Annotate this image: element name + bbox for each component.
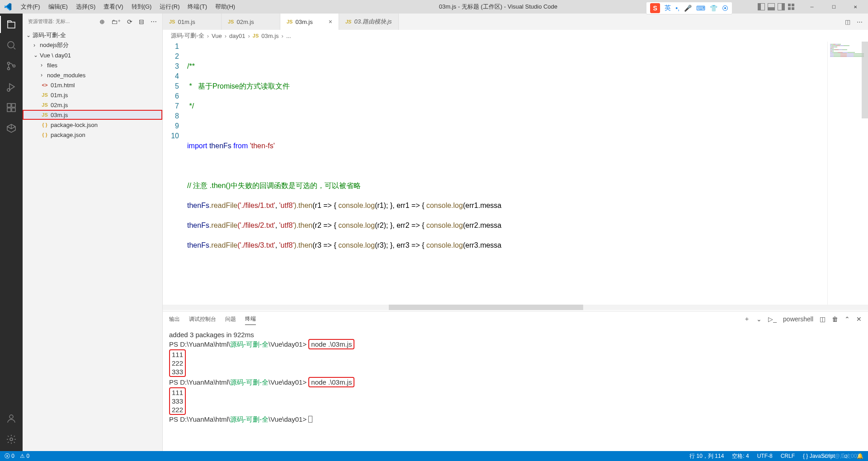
vertical-scrollbar[interactable] [862, 42, 868, 305]
command-highlight: node .\03m.js [308, 377, 354, 387]
ime-keyboard-icon[interactable]: ⌨ [696, 5, 705, 12]
tree-file-01m-html[interactable]: <>01m.html [23, 80, 162, 90]
menu-run[interactable]: 运行(R) [156, 1, 183, 12]
maximize-panel-icon[interactable]: ⌃ [844, 315, 850, 323]
source-control-icon[interactable] [5, 60, 18, 72]
ime-user-icon[interactable]: 👕 [710, 5, 717, 12]
tree-folder-files[interactable]: ›files [23, 60, 162, 70]
ime-mic-icon[interactable]: 🎤 [684, 5, 692, 12]
svg-rect-8 [12, 103, 15, 107]
panel-tab-output[interactable]: 输出 [169, 314, 180, 325]
menu-selection[interactable]: 选择(S) [72, 1, 99, 12]
activity-bar [0, 14, 23, 451]
layout-bottom-icon[interactable] [768, 3, 775, 10]
refresh-icon[interactable]: ⟳ [127, 18, 132, 25]
status-bar: ⓧ 0 ⚠ 0 行 10，列 114 空格: 4 UTF-8 CRLF { } … [0, 451, 868, 461]
terminal-shell[interactable]: powershell [783, 315, 813, 323]
output-highlight-2: 111333222 [169, 387, 186, 415]
maximize-button[interactable]: ☐ [825, 0, 843, 14]
svg-point-9 [9, 415, 13, 419]
tree-folder-nodejs[interactable]: ›nodejs部分 [23, 40, 162, 50]
vscode-logo-icon [4, 3, 12, 11]
output-highlight-1: 111222333 [169, 349, 186, 377]
encoding[interactable]: UTF-8 [757, 453, 773, 459]
svg-point-3 [13, 65, 15, 67]
line-numbers: 12345 678910 [163, 42, 187, 305]
split-terminal-icon[interactable]: ◫ [820, 315, 826, 323]
svg-point-2 [8, 68, 10, 70]
status-errors[interactable]: ⓧ 0 [5, 452, 14, 460]
sidebar-header: 资源管理器: 无标... ⊕ 🗀⁺ ⟳ ⊟ ⋯ [23, 14, 162, 29]
sogou-icon[interactable]: S [650, 3, 660, 13]
svg-point-1 [8, 62, 10, 65]
ime-punct-icon[interactable]: •, [675, 5, 679, 12]
ime-lang[interactable]: 英 [665, 4, 671, 12]
split-editor-icon[interactable]: ◫ [845, 19, 850, 25]
tree-file-02m-js[interactable]: JS02m.js [23, 100, 162, 110]
new-terminal-icon[interactable]: ＋ [744, 315, 750, 323]
explorer-icon[interactable] [5, 18, 18, 31]
tree-file-03m-js[interactable]: JS03m.js [23, 110, 162, 120]
trash-icon[interactable]: 🗑 [832, 315, 838, 323]
status-warnings[interactable]: ⚠ 0 [20, 453, 29, 459]
panel-tab-problems[interactable]: 问题 [225, 314, 236, 325]
panel-tabs: 输出 调试控制台 问题 终端 ＋ ⌄ ▷_ powershell ◫ 🗑 ⌃ ✕ [163, 311, 868, 327]
tree-file-package[interactable]: { }package.json [23, 130, 162, 140]
tab-route[interactable]: JS03.路由模块.js [339, 14, 399, 30]
eol[interactable]: CRLF [781, 453, 795, 459]
tab-03m[interactable]: JS03m.js× [280, 14, 339, 30]
layout-grid-icon[interactable] [788, 3, 795, 10]
explorer-sidebar: 资源管理器: 无标... ⊕ 🗀⁺ ⟳ ⊟ ⋯ ⌄源码-可删-全 ›nodejs… [23, 14, 163, 451]
code-content[interactable]: /** * 基于Promise的方式读取文件 */ import thenFs … [187, 42, 827, 305]
terminal-dropdown-icon[interactable]: ⌄ [756, 315, 762, 323]
account-icon[interactable] [5, 412, 18, 425]
menu-terminal[interactable]: 终端(T) [184, 1, 211, 12]
new-file-icon[interactable]: ⊕ [99, 18, 105, 25]
close-panel-icon[interactable]: ✕ [856, 315, 862, 323]
tree-root[interactable]: ⌄源码-可删-全 [23, 30, 162, 40]
tab-01m[interactable]: JS01m.js [163, 14, 222, 30]
svg-rect-5 [7, 103, 11, 107]
close-icon[interactable]: × [329, 18, 332, 25]
panel-tab-terminal[interactable]: 终端 [245, 313, 256, 325]
menu-view[interactable]: 查看(V) [100, 1, 127, 12]
tab-more-icon[interactable]: ⋯ [857, 19, 863, 25]
svg-rect-7 [12, 108, 15, 112]
tree-folder-vue[interactable]: ⌄Vue \ day01 [23, 50, 162, 60]
new-folder-icon[interactable]: 🗀⁺ [111, 18, 121, 25]
breadcrumb[interactable]: 源码-可删-全› Vue› day01› JS 03m.js› ... [163, 30, 868, 42]
tree-file-packagelock[interactable]: { }package-lock.json [23, 120, 162, 130]
ime-toolbar[interactable]: S 英 •, 🎤 ⌨ 👕 ⦿ [646, 2, 732, 14]
cursor-position[interactable]: 行 10，列 114 [689, 452, 724, 460]
watermark: SDN @瓜皮003 [821, 452, 860, 460]
minimize-button[interactable]: ─ [803, 0, 821, 14]
remote-icon[interactable] [5, 122, 18, 135]
title-bar: 文件(F) 编辑(E) 选择(S) 查看(V) 转到(G) 运行(R) 终端(T… [0, 0, 868, 14]
run-debug-icon[interactable] [5, 80, 18, 93]
menu-edit[interactable]: 编辑(E) [45, 1, 71, 12]
indent[interactable]: 空格: 4 [732, 452, 749, 460]
layout-left-icon[interactable] [758, 3, 765, 10]
editor-tabs: JS01m.js JS02m.js JS03m.js× JS03.路由模块.js… [163, 14, 868, 30]
tab-02m[interactable]: JS02m.js [222, 14, 280, 30]
close-button[interactable]: ✕ [846, 0, 864, 14]
search-icon[interactable] [5, 39, 18, 52]
code-editor[interactable]: 12345 678910 /** * 基于Promise的方式读取文件 */ i… [163, 42, 827, 305]
terminal-shell-icon[interactable]: ▷_ [768, 315, 777, 323]
tree-file-01m-js[interactable]: JS01m.js [23, 90, 162, 100]
settings-icon[interactable] [5, 433, 18, 446]
panel-tab-debug[interactable]: 调试控制台 [189, 314, 216, 325]
menu-goto[interactable]: 转到(G) [128, 1, 156, 12]
file-tree: ⌄源码-可删-全 ›nodejs部分 ⌄Vue \ day01 ›files ›… [23, 29, 162, 451]
horizontal-scrollbar[interactable] [163, 305, 868, 310]
layout-right-icon[interactable] [778, 3, 785, 10]
extensions-icon[interactable] [5, 101, 18, 114]
ime-menu-icon[interactable]: ⦿ [722, 5, 728, 12]
menu-help[interactable]: 帮助(H) [212, 1, 239, 12]
collapse-icon[interactable]: ⊟ [139, 18, 144, 25]
terminal-content[interactable]: added 3 packages in 922ms PS D:\YuanMa\h… [163, 327, 868, 451]
menu-file[interactable]: 文件(F) [17, 1, 44, 12]
more-icon[interactable]: ⋯ [151, 18, 157, 25]
cursor [308, 416, 312, 423]
tree-folder-nodemodules[interactable]: ›node_modules [23, 70, 162, 80]
